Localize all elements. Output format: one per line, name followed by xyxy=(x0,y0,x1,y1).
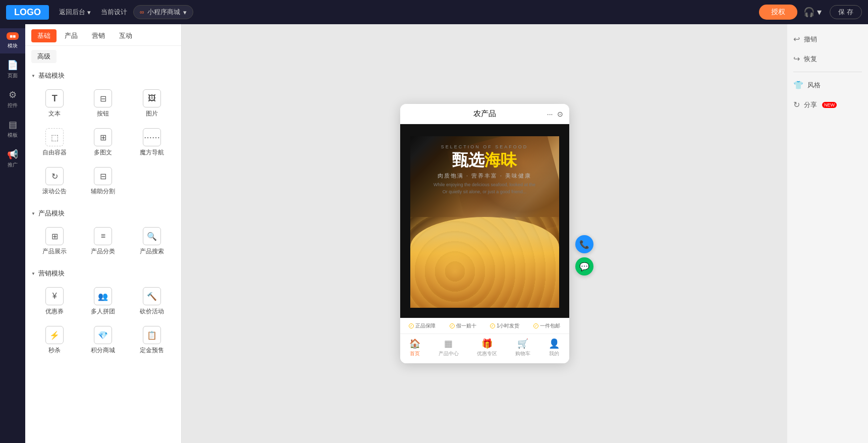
control-icon: ⚙ xyxy=(9,89,17,100)
module-panel: 基础 产品 营销 互动 高级 基础模块 T 文本 ⊟ 按钮 🖼 图片 xyxy=(25,24,182,443)
undo-action[interactable]: ↩ 撤销 xyxy=(793,32,817,46)
tab-advanced[interactable]: 高级 xyxy=(31,50,57,63)
module-bargain[interactable]: 🔨 砍价活动 xyxy=(129,283,175,320)
mini-program-icon: ∞ xyxy=(140,9,144,16)
module-product-category[interactable]: ≡ 产品分类 xyxy=(80,223,126,260)
tab-marketing[interactable]: 营销 xyxy=(86,29,111,42)
product-module-grid: ⊞ 产品展示 ≡ 产品分类 🔍 产品搜索 xyxy=(25,221,181,264)
module-free-container[interactable]: ⬚ 自由容器 xyxy=(31,124,78,161)
auth-button[interactable]: 授权 xyxy=(759,5,797,20)
topbar-right: 🎧 ▾ 保 存 xyxy=(803,5,862,19)
banner-desc: While enjoying the delicious seafood, lo… xyxy=(416,182,553,195)
profile-icon: 👤 xyxy=(549,338,560,349)
module-image[interactable]: 🖼 图片 xyxy=(129,85,175,122)
products-icon: ▦ xyxy=(444,338,453,349)
scan-icon[interactable]: ⊙ xyxy=(557,110,563,118)
nav-products[interactable]: ▦ 产品中心 xyxy=(435,337,463,358)
section-product: 产品模块 xyxy=(25,204,181,221)
cart-icon: 🛒 xyxy=(517,338,528,349)
tab-interact[interactable]: 互动 xyxy=(113,29,138,42)
back-button[interactable]: 返回后台 ▾ xyxy=(55,6,95,19)
canvas-area: 农产品 ··· ⊙ SELECTION OF SEAFOOD 甄选海味 xyxy=(182,24,787,443)
bottom-nav: 🏠 首页 ▦ 产品中心 🎁 优惠专区 🛒 购物车 xyxy=(400,334,569,363)
topbar: LOGO 返回后台 ▾ 当前设计 ∞ 小程序商城 ▾ 授权 🎧 ▾ 保 存 xyxy=(0,0,868,24)
sidebar-item-module[interactable]: ■■ 模块 xyxy=(0,28,25,53)
more-icon[interactable]: ··· xyxy=(547,110,553,118)
home-icon: 🏠 xyxy=(409,338,420,349)
share-icon: ↻ xyxy=(793,100,800,109)
current-design-label: 当前设计 xyxy=(101,8,127,17)
phone-header: 农产品 ··· ⊙ xyxy=(400,104,569,124)
module-magic-nav[interactable]: ⋯⋯ 魔方导航 xyxy=(129,124,175,161)
promote-icon: 📢 xyxy=(7,149,18,160)
undo-icon: ↩ xyxy=(793,34,800,44)
phone-wrapper: 农产品 ··· ⊙ SELECTION OF SEAFOOD 甄选海味 xyxy=(400,104,569,363)
logo: LOGO xyxy=(6,5,49,20)
sidebar-item-control[interactable]: ⚙ 控件 xyxy=(0,85,25,113)
redo-icon: ↪ xyxy=(793,54,800,64)
floating-buttons: 📞 💬 xyxy=(575,235,593,275)
module-group-buy[interactable]: 👥 多人拼团 xyxy=(80,283,126,320)
phone-header-right: ··· ⊙ xyxy=(547,110,563,118)
section-basic: 基础模块 xyxy=(25,66,181,83)
divider xyxy=(793,72,862,72)
banner-selection-label: SELECTION OF SEAFOOD xyxy=(416,144,553,149)
main-layout: ■■ 模块 📄 页面 ⚙ 控件 ▤ 模板 📢 推广 基础 产品 营销 互动 高级 xyxy=(0,24,868,443)
redo-action[interactable]: ↪ 恢复 xyxy=(793,52,817,66)
nav-deals[interactable]: 🎁 优惠专区 xyxy=(473,337,501,358)
feature-free-shipping: ✓ 一件包邮 xyxy=(533,322,560,329)
share-action[interactable]: ↻ 分享 NEW xyxy=(793,98,837,112)
mini-program-button[interactable]: ∞ 小程序商城 ▾ xyxy=(133,5,193,19)
module-tabs: 基础 产品 营销 互动 xyxy=(25,24,181,46)
nav-profile[interactable]: 👤 我的 xyxy=(545,337,564,358)
page-icon: 📄 xyxy=(7,60,18,71)
new-badge: NEW xyxy=(822,102,837,108)
sidebar-item-promote[interactable]: 📢 推广 xyxy=(0,145,25,173)
feature-genuine: ✓ 正品保障 xyxy=(409,322,436,329)
nav-home[interactable]: 🏠 首页 xyxy=(405,337,424,358)
deals-icon: 🎁 xyxy=(481,338,493,349)
basic-module-grid: T 文本 ⊟ 按钮 🖼 图片 ⬚ 自由容器 ⊞ 多图文 ⋯⋯ 魔方导航 xyxy=(25,83,181,204)
module-scroll-notice[interactable]: ↻ 滚动公告 xyxy=(31,163,78,200)
module-presale[interactable]: 📋 定金预售 xyxy=(129,322,175,359)
module-product-display[interactable]: ⊞ 产品展示 xyxy=(31,223,78,260)
style-icon: 👕 xyxy=(793,80,803,90)
module-text[interactable]: T 文本 xyxy=(31,85,78,122)
module-coupon[interactable]: ¥ 优惠券 xyxy=(31,283,78,320)
module-points-mall[interactable]: 💎 积分商城 xyxy=(80,322,126,359)
section-marketing: 营销模块 xyxy=(25,264,181,281)
module-multi-image[interactable]: ⊞ 多图文 xyxy=(80,124,126,161)
icon-sidebar: ■■ 模块 📄 页面 ⚙ 控件 ▤ 模板 📢 推广 xyxy=(0,24,25,443)
phone-banner: SELECTION OF SEAFOOD 甄选海味 肉质饱满 · 营养丰富 · … xyxy=(400,124,569,318)
float-wechat-button[interactable]: 💬 xyxy=(575,257,593,275)
phone-mockup: 农产品 ··· ⊙ SELECTION OF SEAFOOD 甄选海味 xyxy=(400,104,569,363)
food-pile xyxy=(410,217,559,308)
feature-ship: ✓ 1小时发货 xyxy=(490,322,520,329)
module-product-search[interactable]: 🔍 产品搜索 xyxy=(129,223,175,260)
module-flash-sale[interactable]: ⚡ 秒杀 xyxy=(31,322,78,359)
style-action[interactable]: 👕 风格 xyxy=(793,78,821,92)
tab-product[interactable]: 产品 xyxy=(59,29,84,42)
phone-title: 农产品 xyxy=(473,109,496,119)
banner-subtitle: 肉质饱满 · 营养丰富 · 美味健康 xyxy=(416,172,553,180)
nav-cart[interactable]: 🛒 购物车 xyxy=(511,337,534,358)
feature-refund: ✓ 假一赔十 xyxy=(450,322,476,329)
module-button[interactable]: ⊟ 按钮 xyxy=(80,85,126,122)
sidebar-item-template[interactable]: ▤ 模板 xyxy=(0,115,25,143)
marketing-module-grid: ¥ 优惠券 👥 多人拼团 🔨 砍价活动 ⚡ 秒杀 💎 积分商城 📋 定金预售 xyxy=(25,281,181,363)
support-icon[interactable]: 🎧 ▾ xyxy=(803,7,822,18)
save-button[interactable]: 保 存 xyxy=(830,5,862,19)
template-icon: ▤ xyxy=(9,119,17,130)
float-phone-button[interactable]: 📞 xyxy=(575,235,593,253)
tab-basic[interactable]: 基础 xyxy=(31,29,57,42)
banner-title: 甄选海味 xyxy=(416,151,553,169)
features-bar: ✓ 正品保障 ✓ 假一赔十 ✓ 1小时发货 ✓ 一件包邮 xyxy=(400,318,569,334)
right-panel: ↩ 撤销 ↪ 恢复 👕 风格 ↻ 分享 NEW xyxy=(787,24,868,443)
sidebar-item-page[interactable]: 📄 页面 xyxy=(0,56,25,83)
module-divider[interactable]: ⊟ 辅助分割 xyxy=(80,163,126,200)
